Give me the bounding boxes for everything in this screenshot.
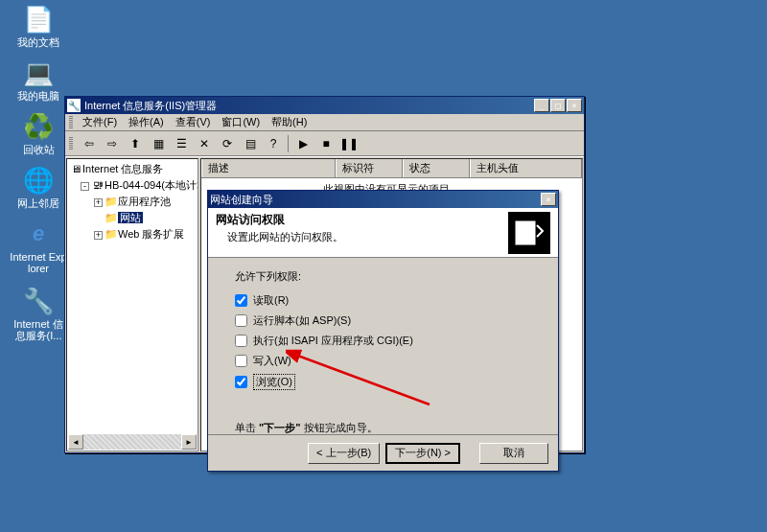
- check-write[interactable]: 写入(W): [235, 354, 531, 368]
- check-exec[interactable]: 执行(如 ISAPI 应用程序或 CGI)(E): [235, 334, 531, 348]
- wizard-body: 允许下列权限: 读取(R) 运行脚本(如 ASP)(S) 执行(如 ISAPI …: [208, 258, 558, 447]
- pause-button[interactable]: ❚❚: [338, 134, 360, 153]
- window-title: Internet 信息服务(IIS)管理器: [84, 99, 534, 113]
- svg-rect-0: [516, 221, 535, 244]
- show-tree-button[interactable]: ▦: [148, 134, 169, 153]
- toolbar: ⇦ ⇨ ⬆ ▦ ☰ ✕ ⟳ ▤ ? ▶ ■ ❚❚: [65, 131, 584, 156]
- maximize-button[interactable]: □: [550, 99, 566, 112]
- play-button[interactable]: ▶: [292, 134, 314, 153]
- app-icon: 🔧: [67, 99, 81, 112]
- help-button[interactable]: ?: [263, 134, 284, 153]
- documents-icon: 📄: [23, 4, 54, 35]
- check-script[interactable]: 运行脚本(如 ASP)(S): [235, 313, 531, 328]
- folder-icon: 📁: [105, 212, 118, 224]
- menu-action[interactable]: 操作(A): [123, 115, 170, 129]
- back-button[interactable]: ⇦: [79, 134, 100, 153]
- tree-server[interactable]: -🖳HB-044-094(本地计算机: [69, 177, 196, 194]
- menu-window[interactable]: 窗口(W): [216, 115, 266, 129]
- computer-icon: 🖳: [91, 179, 105, 191]
- wizard-header-subtitle: 设置此网站的访问权限。: [216, 230, 508, 244]
- expand-icon[interactable]: +: [94, 231, 103, 240]
- col-description[interactable]: 描述: [201, 159, 336, 177]
- tree-root[interactable]: 🖥Internet 信息服务: [69, 161, 196, 177]
- desktop-icon-ie[interactable]: e Internet Explorer: [10, 219, 67, 274]
- desktop-icon-iis-shortcut[interactable]: 🔧 Internet 信息服务(I...: [10, 286, 67, 341]
- check-label: 写入(W): [253, 354, 291, 368]
- col-identifier[interactable]: 标识符: [336, 159, 403, 177]
- computer-icon: 💻: [23, 58, 54, 88]
- tree-pane[interactable]: 🖥Internet 信息服务 -🖳HB-044-094(本地计算机 +📁应用程序…: [66, 158, 198, 451]
- ie-icon: e: [23, 219, 54, 249]
- menu-file[interactable]: 文件(F): [77, 115, 123, 129]
- check-read[interactable]: 读取(R): [235, 293, 531, 308]
- desktop-icon-label: 我的文档: [10, 36, 67, 48]
- permissions-lead: 允许下列权限:: [235, 269, 531, 284]
- checkbox-browse[interactable]: [235, 376, 247, 388]
- iis-titlebar[interactable]: 🔧 Internet 信息服务(IIS)管理器 _ □ ×: [65, 97, 584, 114]
- properties-button[interactable]: ☰: [171, 134, 192, 153]
- forward-button[interactable]: ⇨: [102, 134, 123, 153]
- iis-icon: 🔧: [23, 286, 54, 316]
- folder-icon: 📁: [105, 196, 118, 208]
- scroll-track[interactable]: [83, 434, 181, 450]
- server-icon: 🖥: [69, 163, 82, 174]
- stop-button[interactable]: ■: [315, 134, 337, 153]
- back-button[interactable]: < 上一步(B): [308, 443, 380, 464]
- up-button[interactable]: ⬆: [125, 134, 146, 153]
- desktop-icon-label: 网上邻居: [10, 197, 67, 209]
- checkbox-write[interactable]: [235, 355, 247, 367]
- col-status[interactable]: 状态: [403, 159, 470, 177]
- check-label: 执行(如 ISAPI 应用程序或 CGI)(E): [253, 334, 413, 348]
- checkbox-read[interactable]: [235, 294, 247, 307]
- network-icon: 🌐: [23, 165, 54, 196]
- menu-view[interactable]: 查看(V): [170, 115, 217, 129]
- separator: [288, 135, 289, 152]
- list-header: 描述 标识符 状态 主机头值: [201, 159, 582, 178]
- checkbox-exec[interactable]: [235, 335, 247, 347]
- delete-button[interactable]: ✕: [194, 134, 215, 153]
- check-label: 浏览(O): [253, 374, 295, 390]
- check-browse[interactable]: 浏览(O): [235, 374, 531, 390]
- collapse-icon[interactable]: -: [81, 182, 89, 191]
- col-hostheader[interactable]: 主机头值: [470, 159, 582, 177]
- scroll-right-button[interactable]: ►: [181, 434, 197, 450]
- wizard-header: 网站访问权限 设置此网站的访问权限。: [208, 208, 558, 258]
- recycle-icon: ♻️: [23, 111, 54, 142]
- cancel-button[interactable]: 取消: [479, 443, 548, 464]
- check-label: 读取(R): [253, 293, 289, 308]
- folder-icon: 📁: [105, 228, 118, 241]
- menubar: 文件(F) 操作(A) 查看(V) 窗口(W) 帮助(H): [65, 114, 584, 131]
- refresh-button[interactable]: ⟳: [217, 134, 238, 153]
- wizard-header-title: 网站访问权限: [216, 212, 508, 228]
- close-button[interactable]: ×: [541, 193, 556, 206]
- export-button[interactable]: ▤: [240, 134, 261, 153]
- desktop-icon-recycle-bin[interactable]: ♻️ 回收站: [10, 111, 67, 155]
- tree-webext[interactable]: +📁Web 服务扩展: [69, 226, 196, 243]
- desktop-icon-label: Internet 信息服务(I...: [10, 318, 67, 341]
- desktop-icon-my-computer[interactable]: 💻 我的电脑: [10, 58, 67, 102]
- tree-apppool[interactable]: +📁应用程序池: [69, 194, 196, 210]
- close-button[interactable]: ×: [567, 99, 582, 112]
- wizard-instruction: 单击 "下一步" 按钮完成向导。: [235, 421, 531, 435]
- tree-h-scrollbar[interactable]: ◄ ►: [68, 434, 197, 450]
- desktop-icon-label: 回收站: [10, 144, 67, 155]
- menu-help[interactable]: 帮助(H): [266, 115, 313, 129]
- grip-icon: [69, 137, 73, 150]
- wizard-title: 网站创建向导: [210, 193, 541, 207]
- minimize-button[interactable]: _: [534, 99, 549, 112]
- wizard-icon: [508, 212, 550, 254]
- check-label: 运行脚本(如 ASP)(S): [253, 313, 351, 328]
- desktop-icon-my-documents[interactable]: 📄 我的文档: [10, 4, 67, 48]
- website-creation-wizard: 网站创建向导 × 网站访问权限 设置此网站的访问权限。 允许下列权限: 读取(R…: [207, 190, 559, 472]
- desktop-icon-label: Internet Explorer: [10, 251, 67, 274]
- checkbox-script[interactable]: [235, 314, 247, 327]
- scroll-left-button[interactable]: ◄: [68, 434, 83, 450]
- desktop-icon-network[interactable]: 🌐 网上邻居: [10, 165, 67, 209]
- desktop-icon-label: 我的电脑: [10, 90, 67, 102]
- next-button[interactable]: 下一步(N) >: [385, 443, 460, 464]
- grip-icon: [69, 116, 73, 129]
- wizard-titlebar[interactable]: 网站创建向导 ×: [208, 191, 558, 208]
- expand-icon[interactable]: +: [94, 198, 103, 207]
- tree-sites[interactable]: 📁网站: [69, 210, 196, 226]
- wizard-button-bar: < 上一步(B) 下一步(N) > 取消: [208, 434, 558, 471]
